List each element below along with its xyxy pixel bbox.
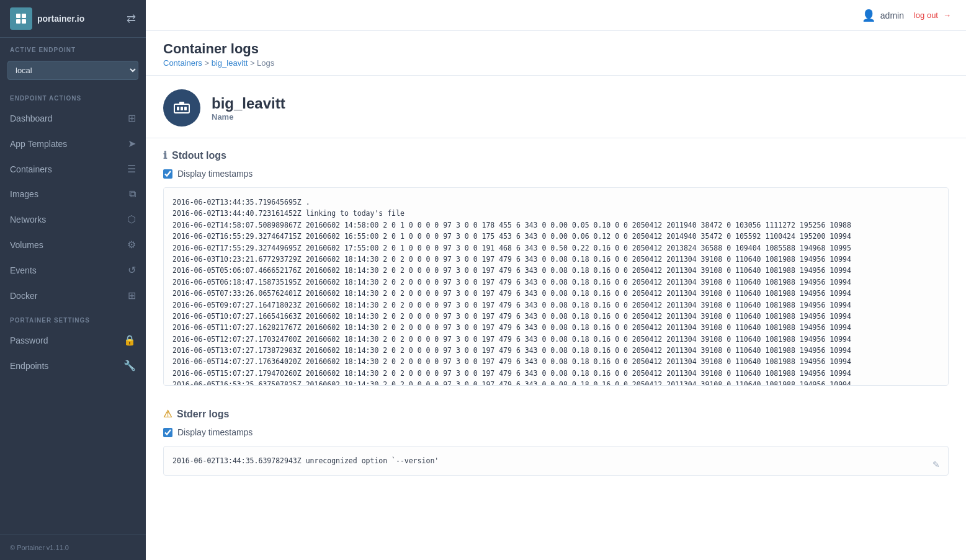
transfer-icon[interactable]: ⇄ — [127, 12, 136, 25]
breadcrumb: Containers > big_leavitt > Logs — [163, 58, 949, 68]
svg-rect-8 — [179, 102, 184, 104]
sidebar-logo: portainer.io ⇄ — [0, 0, 146, 38]
sidebar-item-images[interactable]: Images ⧉ — [0, 182, 146, 207]
endpoint-actions-label: ENDPOINT ACTIONS — [0, 86, 146, 105]
warning-icon: ⚠ — [163, 408, 172, 420]
sidebar-item-containers[interactable]: Containers ☰ — [0, 156, 146, 182]
stdout-section: ℹ Stdout logs Display timestamps 2016-06… — [146, 138, 966, 397]
svg-rect-0 — [16, 14, 20, 18]
svg-rect-6 — [181, 107, 183, 110]
stderr-timestamps-checkbox[interactable] — [163, 428, 172, 437]
logout-link[interactable]: log out — [914, 11, 938, 20]
stderr-timestamps-label[interactable]: Display timestamps — [177, 427, 253, 437]
stderr-log-box: 2016-06-02T13:44:35.639782943Z unrecogni… — [163, 446, 949, 476]
stdout-log-box-wrap: 2016-06-02T13:44:35.719645695Z . 2016-06… — [163, 187, 949, 386]
stdout-header: ℹ Stdout logs — [163, 149, 949, 161]
containers-icon: ☰ — [127, 163, 136, 175]
info-circle-icon: ℹ — [163, 149, 167, 161]
svg-rect-7 — [184, 107, 187, 110]
edit-icon: ✎ — [932, 460, 940, 469]
images-icon: ⧉ — [129, 189, 136, 200]
stderr-log-box-wrap: 2016-06-02T13:44:35.639782943Z unrecogni… — [163, 446, 949, 476]
endpoints-icon: 🔧 — [123, 360, 136, 371]
endpoint-select[interactable]: local — [7, 61, 138, 80]
breadcrumb-container-name[interactable]: big_leavitt — [212, 58, 248, 68]
brand-logo-text: portainer.io — [37, 14, 84, 24]
stdout-log-box: 2016-06-02T13:44:35.719645695Z . 2016-06… — [163, 187, 949, 386]
docker-icon: ⊞ — [128, 290, 136, 301]
breadcrumb-containers[interactable]: Containers — [163, 58, 202, 68]
topbar-user: 👤 admin log out → — [862, 9, 951, 22]
stdout-timestamps-label[interactable]: Display timestamps — [177, 169, 253, 179]
sidebar-item-password[interactable]: Password 🔒 — [0, 327, 146, 353]
container-header-section: big_leavitt Name — [146, 76, 966, 138]
svg-rect-3 — [22, 19, 26, 24]
svg-rect-5 — [177, 107, 179, 110]
volumes-icon: ⚙ — [127, 239, 136, 251]
active-endpoint-label: ACTIVE ENDPOINT — [0, 38, 146, 57]
user-name: admin — [880, 11, 904, 20]
container-name-label: Name — [212, 112, 285, 122]
sidebar-logo-left: portainer.io — [10, 7, 84, 30]
portainer-settings-label: PORTAINER SETTINGS — [0, 308, 146, 327]
stderr-section: ⚠ Stderr logs Display timestamps 2016-06… — [146, 397, 966, 487]
content-area: Container logs Containers > big_leavitt … — [146, 31, 966, 560]
svg-rect-2 — [16, 19, 20, 24]
password-icon: 🔒 — [123, 334, 136, 346]
sidebar-item-app-templates[interactable]: App Templates ➤ — [0, 131, 146, 156]
svg-rect-1 — [22, 14, 26, 18]
portainer-logo-icon — [10, 7, 32, 30]
endpoint-select-wrap: local — [0, 57, 146, 86]
page-title: Container logs — [163, 41, 949, 57]
sidebar-item-events[interactable]: Events ↺ — [0, 257, 146, 283]
dashboard-icon: ⊞ — [128, 112, 136, 124]
logout-arrow-icon: → — [943, 11, 951, 20]
stderr-timestamps-row: Display timestamps — [163, 427, 949, 437]
sidebar-item-networks[interactable]: Networks ⬡ — [0, 207, 146, 232]
sidebar-item-volumes[interactable]: Volumes ⚙ — [0, 232, 146, 257]
stdout-timestamps-row: Display timestamps — [163, 169, 949, 179]
networks-icon: ⬡ — [127, 213, 136, 225]
events-icon: ↺ — [128, 264, 136, 276]
sidebar-footer: © Portainer v1.11.0 — [0, 535, 146, 560]
container-info: big_leavitt Name — [212, 95, 285, 122]
topbar: 👤 admin log out → — [146, 0, 966, 31]
user-avatar-icon: 👤 — [862, 9, 875, 22]
container-name: big_leavitt — [212, 95, 285, 112]
sidebar-item-endpoints[interactable]: Endpoints 🔧 — [0, 353, 146, 378]
sidebar-item-docker[interactable]: Docker ⊞ — [0, 283, 146, 308]
page-header: Container logs Containers > big_leavitt … — [146, 31, 966, 76]
stderr-label: Stderr logs — [177, 409, 229, 420]
main-content: 👤 admin log out → Container logs Contain… — [146, 0, 966, 560]
version-label: © Portainer v1.11.0 — [10, 544, 69, 551]
sidebar-item-dashboard[interactable]: Dashboard ⊞ — [0, 105, 146, 131]
stdout-label: Stdout logs — [172, 150, 226, 161]
sidebar: portainer.io ⇄ ACTIVE ENDPOINT local END… — [0, 0, 146, 560]
stdout-timestamps-checkbox[interactable] — [163, 169, 172, 179]
app-templates-icon: ➤ — [128, 138, 136, 149]
container-avatar — [163, 89, 200, 127]
stderr-header: ⚠ Stderr logs — [163, 408, 949, 420]
